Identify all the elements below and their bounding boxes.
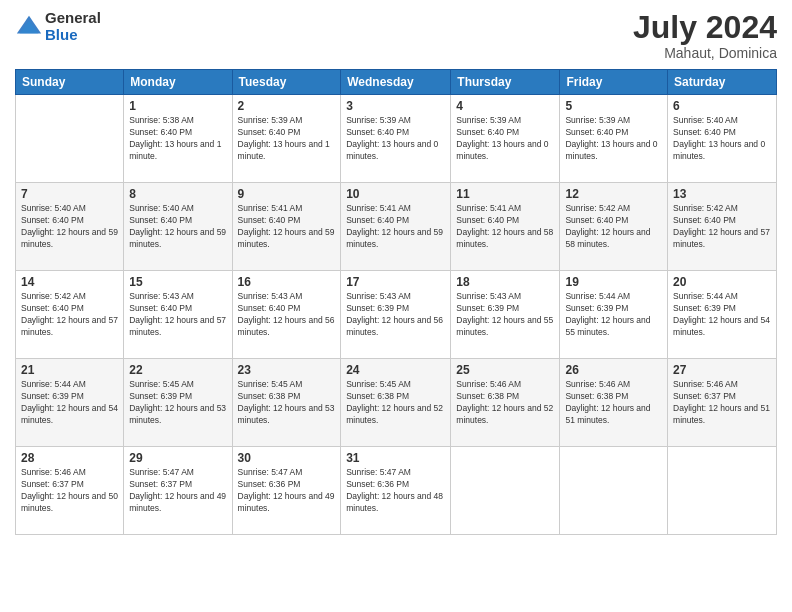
day-number: 10	[346, 187, 445, 201]
calendar-cell: 3Sunrise: 5:39 AMSunset: 6:40 PMDaylight…	[341, 95, 451, 183]
day-info: Sunrise: 5:40 AMSunset: 6:40 PMDaylight:…	[129, 203, 226, 251]
header-day-friday: Friday	[560, 70, 668, 95]
calendar-cell: 28Sunrise: 5:46 AMSunset: 6:37 PMDayligh…	[16, 447, 124, 535]
calendar-cell	[451, 447, 560, 535]
day-info: Sunrise: 5:42 AMSunset: 6:40 PMDaylight:…	[565, 203, 662, 251]
day-info: Sunrise: 5:43 AMSunset: 6:40 PMDaylight:…	[129, 291, 226, 339]
day-number: 27	[673, 363, 771, 377]
calendar-cell: 15Sunrise: 5:43 AMSunset: 6:40 PMDayligh…	[124, 271, 232, 359]
day-number: 29	[129, 451, 226, 465]
day-number: 15	[129, 275, 226, 289]
header-row: SundayMondayTuesdayWednesdayThursdayFrid…	[16, 70, 777, 95]
location: Mahaut, Dominica	[633, 45, 777, 61]
header-day-monday: Monday	[124, 70, 232, 95]
calendar-cell: 23Sunrise: 5:45 AMSunset: 6:38 PMDayligh…	[232, 359, 341, 447]
calendar-cell: 19Sunrise: 5:44 AMSunset: 6:39 PMDayligh…	[560, 271, 668, 359]
logo: General Blue	[15, 10, 101, 43]
header-day-tuesday: Tuesday	[232, 70, 341, 95]
calendar-cell: 24Sunrise: 5:45 AMSunset: 6:38 PMDayligh…	[341, 359, 451, 447]
header-day-sunday: Sunday	[16, 70, 124, 95]
logo-blue: Blue	[45, 27, 101, 44]
calendar-cell: 13Sunrise: 5:42 AMSunset: 6:40 PMDayligh…	[668, 183, 777, 271]
calendar-cell: 26Sunrise: 5:46 AMSunset: 6:38 PMDayligh…	[560, 359, 668, 447]
day-info: Sunrise: 5:44 AMSunset: 6:39 PMDaylight:…	[565, 291, 662, 339]
calendar-cell: 8Sunrise: 5:40 AMSunset: 6:40 PMDaylight…	[124, 183, 232, 271]
logo-general: General	[45, 10, 101, 27]
day-info: Sunrise: 5:42 AMSunset: 6:40 PMDaylight:…	[21, 291, 118, 339]
day-info: Sunrise: 5:44 AMSunset: 6:39 PMDaylight:…	[21, 379, 118, 427]
day-info: Sunrise: 5:45 AMSunset: 6:38 PMDaylight:…	[238, 379, 336, 427]
day-number: 4	[456, 99, 554, 113]
day-number: 9	[238, 187, 336, 201]
day-number: 13	[673, 187, 771, 201]
day-number: 21	[21, 363, 118, 377]
day-number: 7	[21, 187, 118, 201]
calendar-cell: 2Sunrise: 5:39 AMSunset: 6:40 PMDaylight…	[232, 95, 341, 183]
day-number: 3	[346, 99, 445, 113]
day-info: Sunrise: 5:43 AMSunset: 6:39 PMDaylight:…	[456, 291, 554, 339]
calendar-cell: 27Sunrise: 5:46 AMSunset: 6:37 PMDayligh…	[668, 359, 777, 447]
day-number: 14	[21, 275, 118, 289]
header: General Blue July 2024 Mahaut, Dominica	[15, 10, 777, 61]
day-info: Sunrise: 5:46 AMSunset: 6:38 PMDaylight:…	[565, 379, 662, 427]
calendar-table: SundayMondayTuesdayWednesdayThursdayFrid…	[15, 69, 777, 535]
day-info: Sunrise: 5:47 AMSunset: 6:36 PMDaylight:…	[346, 467, 445, 515]
calendar-cell: 12Sunrise: 5:42 AMSunset: 6:40 PMDayligh…	[560, 183, 668, 271]
day-info: Sunrise: 5:47 AMSunset: 6:37 PMDaylight:…	[129, 467, 226, 515]
calendar-cell: 4Sunrise: 5:39 AMSunset: 6:40 PMDaylight…	[451, 95, 560, 183]
header-day-wednesday: Wednesday	[341, 70, 451, 95]
day-number: 25	[456, 363, 554, 377]
calendar-cell: 14Sunrise: 5:42 AMSunset: 6:40 PMDayligh…	[16, 271, 124, 359]
day-info: Sunrise: 5:47 AMSunset: 6:36 PMDaylight:…	[238, 467, 336, 515]
day-number: 5	[565, 99, 662, 113]
week-row-1: 7Sunrise: 5:40 AMSunset: 6:40 PMDaylight…	[16, 183, 777, 271]
week-row-3: 21Sunrise: 5:44 AMSunset: 6:39 PMDayligh…	[16, 359, 777, 447]
calendar-cell: 20Sunrise: 5:44 AMSunset: 6:39 PMDayligh…	[668, 271, 777, 359]
day-info: Sunrise: 5:44 AMSunset: 6:39 PMDaylight:…	[673, 291, 771, 339]
header-day-saturday: Saturday	[668, 70, 777, 95]
day-info: Sunrise: 5:46 AMSunset: 6:38 PMDaylight:…	[456, 379, 554, 427]
calendar-cell: 25Sunrise: 5:46 AMSunset: 6:38 PMDayligh…	[451, 359, 560, 447]
day-number: 18	[456, 275, 554, 289]
day-number: 1	[129, 99, 226, 113]
calendar-cell	[16, 95, 124, 183]
week-row-4: 28Sunrise: 5:46 AMSunset: 6:37 PMDayligh…	[16, 447, 777, 535]
logo-text: General Blue	[45, 10, 101, 43]
day-info: Sunrise: 5:41 AMSunset: 6:40 PMDaylight:…	[346, 203, 445, 251]
calendar-cell: 5Sunrise: 5:39 AMSunset: 6:40 PMDaylight…	[560, 95, 668, 183]
day-number: 2	[238, 99, 336, 113]
day-info: Sunrise: 5:45 AMSunset: 6:38 PMDaylight:…	[346, 379, 445, 427]
calendar-cell: 1Sunrise: 5:38 AMSunset: 6:40 PMDaylight…	[124, 95, 232, 183]
calendar-cell: 29Sunrise: 5:47 AMSunset: 6:37 PMDayligh…	[124, 447, 232, 535]
calendar-cell	[668, 447, 777, 535]
page: General Blue July 2024 Mahaut, Dominica …	[0, 0, 792, 612]
day-info: Sunrise: 5:42 AMSunset: 6:40 PMDaylight:…	[673, 203, 771, 251]
calendar-cell: 7Sunrise: 5:40 AMSunset: 6:40 PMDaylight…	[16, 183, 124, 271]
calendar-cell: 18Sunrise: 5:43 AMSunset: 6:39 PMDayligh…	[451, 271, 560, 359]
day-info: Sunrise: 5:40 AMSunset: 6:40 PMDaylight:…	[21, 203, 118, 251]
day-number: 22	[129, 363, 226, 377]
day-info: Sunrise: 5:38 AMSunset: 6:40 PMDaylight:…	[129, 115, 226, 163]
day-info: Sunrise: 5:43 AMSunset: 6:40 PMDaylight:…	[238, 291, 336, 339]
day-number: 31	[346, 451, 445, 465]
day-number: 23	[238, 363, 336, 377]
day-info: Sunrise: 5:39 AMSunset: 6:40 PMDaylight:…	[238, 115, 336, 163]
day-number: 19	[565, 275, 662, 289]
calendar-cell: 17Sunrise: 5:43 AMSunset: 6:39 PMDayligh…	[341, 271, 451, 359]
day-info: Sunrise: 5:46 AMSunset: 6:37 PMDaylight:…	[21, 467, 118, 515]
day-number: 8	[129, 187, 226, 201]
day-number: 6	[673, 99, 771, 113]
calendar-cell: 31Sunrise: 5:47 AMSunset: 6:36 PMDayligh…	[341, 447, 451, 535]
calendar-cell: 21Sunrise: 5:44 AMSunset: 6:39 PMDayligh…	[16, 359, 124, 447]
day-number: 11	[456, 187, 554, 201]
day-number: 24	[346, 363, 445, 377]
header-day-thursday: Thursday	[451, 70, 560, 95]
week-row-0: 1Sunrise: 5:38 AMSunset: 6:40 PMDaylight…	[16, 95, 777, 183]
logo-icon	[15, 13, 43, 41]
day-number: 28	[21, 451, 118, 465]
day-info: Sunrise: 5:41 AMSunset: 6:40 PMDaylight:…	[238, 203, 336, 251]
day-info: Sunrise: 5:39 AMSunset: 6:40 PMDaylight:…	[565, 115, 662, 163]
calendar-cell	[560, 447, 668, 535]
calendar-cell: 22Sunrise: 5:45 AMSunset: 6:39 PMDayligh…	[124, 359, 232, 447]
day-number: 17	[346, 275, 445, 289]
